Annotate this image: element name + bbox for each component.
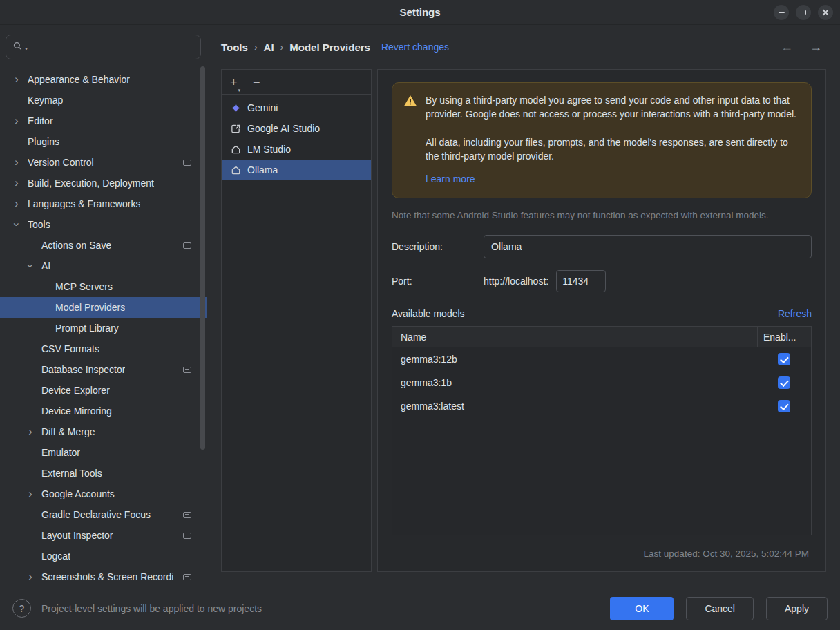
sidebar-item-label: Database Inspector: [41, 364, 125, 375]
sidebar-scrollbar[interactable]: [200, 66, 205, 450]
project-level-marker-icon: [183, 367, 191, 373]
chevron-icon[interactable]: [23, 260, 37, 271]
close-button[interactable]: [818, 5, 833, 20]
sidebar-item-database-inspector[interactable]: Database Inspector: [0, 359, 207, 380]
sidebar-item-layout-inspector[interactable]: Layout Inspector: [0, 525, 207, 546]
breadcrumb-ai[interactable]: AI: [264, 41, 274, 53]
learn-more-link[interactable]: Learn more: [426, 172, 475, 186]
apply-button[interactable]: Apply: [766, 597, 828, 620]
column-header-name[interactable]: Name: [392, 327, 757, 347]
sidebar-item-label: Plugins: [28, 136, 59, 147]
description-input[interactable]: [484, 235, 812, 258]
forward-arrow-icon[interactable]: [810, 41, 822, 53]
main-area: Tools › AI › Model Providers Revert chan…: [207, 25, 840, 586]
back-arrow-icon[interactable]: [781, 41, 793, 53]
settings-tree: Appearance & Behavior Keymap Editor Plug…: [0, 69, 207, 587]
cancel-button[interactable]: Cancel: [686, 597, 754, 620]
provider-item-gemini[interactable]: Gemini: [222, 97, 371, 118]
sidebar-item-mcp-servers[interactable]: MCP Servers: [0, 276, 207, 297]
chevron-icon[interactable]: [10, 198, 23, 209]
close-icon: [822, 9, 829, 16]
sidebar-item-ai[interactable]: AI: [0, 256, 207, 276]
sidebar-item-google-accounts[interactable]: Google Accounts: [0, 484, 207, 504]
sidebar-item-label: External Tools: [41, 468, 102, 479]
sidebar-item-version-control[interactable]: Version Control: [0, 152, 207, 173]
model-row-gemma3-1b[interactable]: gemma3:1b: [392, 371, 811, 394]
sidebar-item-label: Keymap: [28, 95, 63, 106]
model-enabled-cell: [757, 400, 811, 412]
chevron-icon[interactable]: [10, 178, 23, 189]
port-input[interactable]: [556, 270, 606, 292]
description-row: Description:: [392, 235, 812, 258]
remove-provider-button[interactable]: −: [253, 76, 260, 88]
sidebar-item-device-explorer[interactable]: Device Explorer: [0, 380, 207, 401]
search-options-caret-icon[interactable]: [25, 41, 28, 52]
maximize-button[interactable]: [796, 5, 811, 20]
sidebar-item-editor[interactable]: Editor: [0, 111, 207, 131]
refresh-link[interactable]: Refresh: [778, 308, 812, 319]
sidebar-item-model-providers[interactable]: Model Providers: [0, 297, 207, 318]
provider-label: Gemini: [247, 102, 278, 113]
sidebar-item-label: Prompt Library: [55, 323, 119, 334]
model-row-gemma3-latest[interactable]: gemma3:latest: [392, 394, 811, 418]
lm-studio-icon: [230, 144, 241, 155]
provider-list: Gemini Google AI Studio LM Studio Ollama: [222, 95, 371, 180]
warning-paragraph-1: By using a third-party model you agree t…: [426, 93, 800, 122]
chevron-icon[interactable]: [10, 115, 23, 126]
project-level-marker-icon: [183, 533, 191, 539]
chevron-icon[interactable]: [10, 74, 23, 85]
sidebar-item-label: Build, Execution, Deployment: [28, 178, 154, 189]
sidebar-item-label: Google Accounts: [41, 488, 115, 499]
settings-search-box[interactable]: [6, 35, 201, 59]
chevron-icon[interactable]: [23, 571, 37, 582]
help-icon[interactable]: [12, 599, 31, 618]
model-name: gemma3:1b: [392, 377, 757, 388]
sidebar-item-keymap[interactable]: Keymap: [0, 90, 207, 111]
sidebar-item-emulator[interactable]: Emulator: [0, 442, 207, 463]
provider-item-google-ai-studio[interactable]: Google AI Studio: [222, 118, 371, 139]
sidebar-item-external-tools[interactable]: External Tools: [0, 463, 207, 484]
model-enabled-checkbox[interactable]: [778, 376, 790, 389]
search-input[interactable]: [30, 41, 194, 52]
chevron-icon[interactable]: [23, 488, 37, 499]
sidebar-item-label: Gradle Declarative Focus: [41, 509, 151, 520]
model-row-gemma3-12b[interactable]: gemma3:12b: [392, 347, 811, 371]
provider-label: Ollama: [247, 164, 278, 175]
provider-item-lm-studio[interactable]: LM Studio: [222, 139, 371, 160]
sidebar-item-build-execution-deployment[interactable]: Build, Execution, Deployment: [0, 173, 207, 193]
sidebar-item-plugins[interactable]: Plugins: [0, 131, 207, 152]
sidebar-item-screenshots-screen-recordi[interactable]: Screenshots & Screen Recordi: [0, 566, 207, 587]
sidebar-item-diff-merge[interactable]: Diff & Merge: [0, 421, 207, 442]
model-enabled-checkbox[interactable]: [778, 400, 790, 412]
provider-label: Google AI Studio: [247, 123, 320, 134]
sidebar-item-tools[interactable]: Tools: [0, 214, 207, 235]
sidebar-item-csv-formats[interactable]: CSV Formats: [0, 338, 207, 359]
sidebar-item-languages-frameworks[interactable]: Languages & Frameworks: [0, 193, 207, 214]
chevron-icon[interactable]: [10, 219, 23, 230]
window-title: Settings: [399, 6, 440, 18]
models-table: Name Enabl... gemma3:12b gemma3:1b gemma…: [392, 326, 812, 535]
sidebar-item-prompt-library[interactable]: Prompt Library: [0, 318, 207, 338]
sidebar-item-device-mirroring[interactable]: Device Mirroring: [0, 401, 207, 421]
sidebar-item-logcat[interactable]: Logcat: [0, 546, 207, 566]
chevron-icon[interactable]: [23, 426, 37, 437]
chevron-icon[interactable]: [10, 157, 23, 168]
model-name: gemma3:12b: [392, 354, 757, 365]
sidebar-item-gradle-declarative-focus[interactable]: Gradle Declarative Focus: [0, 504, 207, 525]
provider-item-ollama[interactable]: Ollama: [222, 160, 371, 180]
add-provider-button[interactable]: +: [230, 76, 240, 88]
sidebar-item-actions-on-save[interactable]: Actions on Save: [0, 235, 207, 256]
minimize-button[interactable]: [774, 5, 789, 20]
sidebar-item-appearance-behavior[interactable]: Appearance & Behavior: [0, 69, 207, 90]
titlebar[interactable]: Settings: [0, 0, 840, 25]
minus-icon: −: [253, 76, 260, 88]
breadcrumb-tools[interactable]: Tools: [221, 41, 248, 53]
model-enabled-checkbox[interactable]: [778, 353, 790, 365]
breadcrumb-model-providers[interactable]: Model Providers: [289, 41, 370, 53]
column-header-enabled[interactable]: Enabl...: [757, 327, 811, 347]
ok-button[interactable]: OK: [610, 597, 674, 620]
port-row: Port: http://localhost:: [392, 270, 812, 292]
settings-window: Settings Appearance & Behavior Keymap Ed…: [0, 0, 840, 630]
last-updated-text: Last updated: Oct 30, 2025, 5:02:44 PM: [392, 535, 812, 571]
revert-changes-link[interactable]: Revert changes: [381, 41, 449, 52]
